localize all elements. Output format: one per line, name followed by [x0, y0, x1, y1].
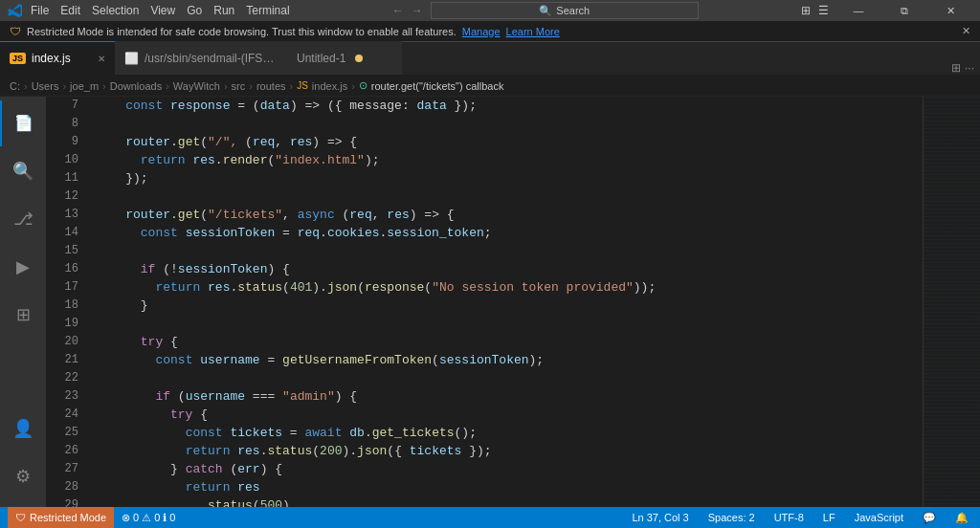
tab-untitled[interactable]: Untitled-1 — [287, 41, 402, 75]
error-count[interactable]: ⊗ 0 ⚠ 0 ℹ 0 — [118, 507, 179, 528]
title-bar-left: File Edit Selection View Go Run Terminal — [8, 3, 290, 18]
code-editor[interactable]: 7 8 9 10 11 12 13 14 15 16 17 18 19 20 2… — [46, 97, 980, 507]
feedback-icon: 💬 — [923, 512, 936, 524]
search-icon: 🔍 — [539, 5, 552, 17]
minimap — [923, 97, 980, 507]
tab-modified-dot — [355, 55, 363, 62]
code-line-23: if (username === "admin") { — [96, 387, 923, 406]
search-bar[interactable]: 🔍 Search — [431, 2, 699, 19]
code-line-13: router.get("/tickets", async (req, res) … — [96, 206, 923, 224]
code-line-22 — [96, 369, 923, 387]
title-bar-center: ← → 🔍 Search — [290, 2, 801, 19]
code-line-24: try { — [96, 406, 923, 424]
activity-run-debug[interactable]: ▶ — [0, 244, 46, 290]
code-line-8 — [96, 115, 923, 133]
menu-bar[interactable]: File Edit Selection View Go Run Terminal — [31, 4, 290, 17]
warning-count-value: 0 — [154, 512, 160, 523]
restore-button[interactable]: ⧉ — [882, 0, 926, 21]
code-line-17: return res.status(401).json(response("No… — [96, 278, 923, 297]
panel-icon[interactable]: ☰ — [818, 4, 829, 17]
code-line-11: }); — [96, 169, 923, 187]
banner-text: Restricted Mode is intended for safe cod… — [27, 26, 457, 37]
breadcrumb-waywitch[interactable]: WayWitch — [173, 80, 220, 92]
menu-run[interactable]: Run — [213, 4, 234, 17]
line-ending-label: LF — [823, 512, 835, 523]
more-actions-icon[interactable]: ··· — [965, 61, 974, 75]
breadcrumb-users[interactable]: Users — [32, 80, 59, 92]
error-icon: ⊗ — [122, 512, 130, 524]
code-line-29: .status(500) — [96, 496, 923, 507]
restricted-mode-label: Restricted Mode — [30, 512, 106, 523]
breadcrumb-src[interactable]: src — [232, 80, 246, 92]
breadcrumb-router-icon: ⊙ — [359, 79, 368, 92]
code-line-25: const tickets = await db.get_tickets(); — [96, 424, 923, 442]
activity-accounts[interactable]: 👤 — [0, 406, 46, 451]
code-lines[interactable]: const response = (data) => ({ message: d… — [86, 97, 923, 507]
code-line-26: return res.status(200).json({ tickets })… — [96, 442, 923, 460]
menu-view[interactable]: View — [150, 4, 175, 17]
vscode-logo — [8, 3, 23, 18]
split-editor-icon[interactable]: ⊞ — [951, 61, 961, 75]
language-mode[interactable]: JavaScript — [851, 507, 907, 528]
code-content: 7 8 9 10 11 12 13 14 15 16 17 18 19 20 2… — [46, 97, 980, 507]
info-icon: ℹ — [163, 512, 167, 524]
code-line-9: router.get("/", (req, res) => { — [96, 133, 923, 151]
tab-close-icon[interactable]: ✕ — [98, 54, 105, 64]
activity-explorer[interactable]: 📄 — [0, 100, 46, 146]
spaces-label: Spaces: 2 — [708, 512, 755, 523]
code-line-21: const username = getUsernameFromToken(se… — [96, 351, 923, 369]
editor-area: 7 8 9 10 11 12 13 14 15 16 17 18 19 20 2… — [46, 97, 980, 507]
indentation[interactable]: Spaces: 2 — [704, 507, 759, 528]
breadcrumb-downloads[interactable]: Downloads — [110, 80, 162, 92]
svg-text:📄: 📄 — [14, 114, 33, 132]
nav-forward-button[interactable]: → — [412, 4, 423, 17]
encoding-label: UTF-8 — [774, 512, 804, 523]
restricted-mode-status[interactable]: 🛡 Restricted Mode — [8, 507, 114, 528]
menu-selection[interactable]: Selection — [92, 4, 139, 17]
notifications-icon: 🔔 — [955, 512, 969, 524]
breadcrumb-routes[interactable]: routes — [256, 80, 286, 92]
activity-source-control[interactable]: ⎇ — [0, 196, 46, 242]
tab-js-icon: JS — [10, 53, 26, 64]
tab-sendmail[interactable]: ⬜ /usr/sbin/sendmail-(IFS)whoami — [115, 41, 287, 75]
banner-close-button[interactable]: ✕ — [962, 25, 970, 37]
activity-extensions[interactable]: ⊞ — [0, 292, 46, 338]
breadcrumb: C: › Users › joe_m › Downloads › WayWitc… — [0, 76, 980, 97]
activity-settings[interactable]: ⚙ — [0, 453, 46, 499]
menu-go[interactable]: Go — [187, 4, 202, 17]
restricted-shield-icon: 🛡 — [15, 512, 26, 523]
title-bar: File Edit Selection View Go Run Terminal… — [0, 0, 980, 21]
breadcrumb-indexjs[interactable]: index.js — [312, 80, 347, 92]
manage-link[interactable]: Manage — [462, 26, 501, 37]
close-button[interactable]: ✕ — [928, 0, 972, 21]
menu-file[interactable]: File — [31, 4, 49, 17]
activity-search[interactable]: 🔍 — [0, 148, 46, 194]
line-numbers: 7 8 9 10 11 12 13 14 15 16 17 18 19 20 2… — [46, 97, 86, 507]
menu-terminal[interactable]: Terminal — [246, 4, 289, 17]
minimap-content — [924, 97, 980, 507]
status-bar-right: Ln 37, Col 3 Spaces: 2 UTF-8 LF JavaScri… — [628, 507, 972, 528]
breadcrumb-current[interactable]: router.get("/tickets") callback — [371, 80, 504, 92]
tab-sendmail-label: /usr/sbin/sendmail-(IFS)whoami — [145, 52, 278, 65]
code-line-12 — [96, 187, 923, 206]
learn-more-link[interactable]: Learn More — [506, 26, 560, 37]
cursor-position[interactable]: Ln 37, Col 3 — [628, 507, 692, 528]
layout-icon[interactable]: ⊞ — [801, 4, 811, 17]
breadcrumb-joe_m[interactable]: joe_m — [70, 80, 99, 92]
breadcrumb-c[interactable]: C: — [10, 80, 20, 92]
main-layout: 📄 🔍 ⎇ ▶ ⊞ 👤 ⚙ 7 8 — [0, 97, 980, 507]
restricted-banner: 🛡 Restricted Mode is intended for safe c… — [0, 21, 980, 42]
menu-edit[interactable]: Edit — [60, 4, 80, 17]
notifications-button[interactable]: 🔔 — [951, 507, 972, 528]
minimize-button[interactable]: — — [836, 0, 880, 21]
encoding[interactable]: UTF-8 — [770, 507, 808, 528]
breadcrumb-js-icon: JS — [297, 80, 308, 91]
nav-back-button[interactable]: ← — [392, 4, 404, 17]
code-line-7: const response = (data) => ({ message: d… — [96, 97, 923, 115]
info-count-value: 0 — [169, 512, 175, 523]
warning-icon: ⚠ — [142, 512, 151, 524]
feedback-button[interactable]: 💬 — [919, 507, 940, 528]
tab-index-js[interactable]: JS index.js ✕ — [0, 41, 115, 75]
line-ending[interactable]: LF — [819, 507, 839, 528]
tab-sendmail-icon: ⬜ — [124, 52, 139, 65]
